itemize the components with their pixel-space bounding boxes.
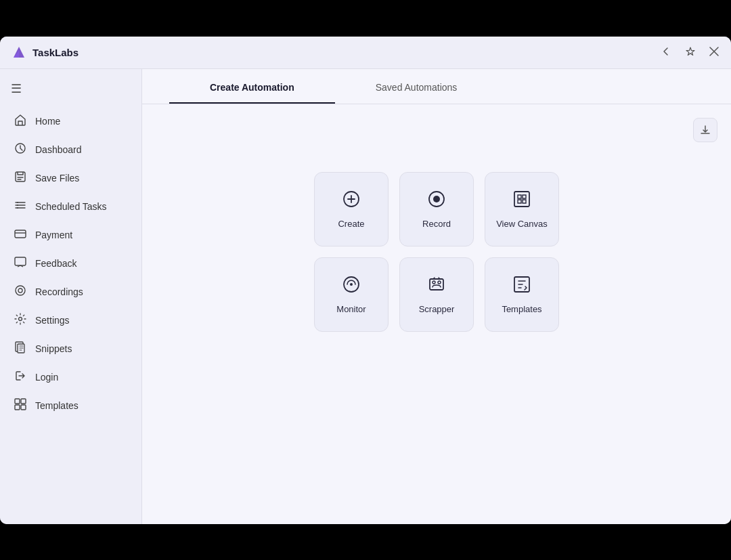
app-window: TaskLabs ☰ Home: [0, 37, 731, 524]
main-layout: ☰ Home Dashboard Save Files: [0, 69, 731, 524]
tabs: Create Automation Saved Automations: [142, 69, 731, 104]
sidebar-item-save-files[interactable]: Save Files: [0, 164, 141, 192]
svg-point-20: [433, 196, 440, 202]
svg-rect-7: [15, 230, 26, 238]
sidebar-item-payment[interactable]: Payment: [0, 221, 141, 249]
payment-icon: [14, 228, 27, 242]
templates-action-label: Templates: [502, 304, 541, 314]
svg-point-10: [18, 288, 22, 293]
title-bar-controls: [659, 45, 720, 60]
sidebar-item-recordings[interactable]: Recordings: [0, 278, 141, 306]
action-card-view-canvas[interactable]: View Canvas: [485, 172, 559, 246]
action-card-templates[interactable]: Templates: [485, 257, 559, 332]
back-button[interactable]: [659, 45, 673, 60]
action-card-monitor[interactable]: Monitor: [314, 257, 389, 332]
svg-rect-8: [15, 257, 26, 265]
download-button[interactable]: [693, 118, 717, 142]
action-card-scrapper[interactable]: Scrapper: [399, 257, 474, 332]
menu-toggle[interactable]: ☰: [0, 77, 141, 107]
svg-rect-24: [430, 279, 443, 290]
record-icon: [427, 190, 446, 212]
svg-point-25: [433, 281, 435, 284]
sidebar-item-snippets[interactable]: Snippets: [0, 335, 141, 363]
monitor-label: Monitor: [336, 304, 366, 314]
sidebar-item-login[interactable]: Login: [0, 363, 141, 391]
app-title: TaskLabs: [32, 47, 79, 58]
recordings-icon: [14, 284, 27, 299]
svg-point-26: [438, 281, 441, 284]
feedback-icon: [14, 256, 27, 271]
svg-point-4: [17, 202, 18, 203]
sidebar-item-settings[interactable]: Settings: [0, 306, 141, 335]
action-grid: Create Record View Canvas: [314, 172, 559, 332]
sidebar-label-feedback: Feedback: [35, 258, 76, 269]
view-canvas-label: View Canvas: [496, 219, 548, 229]
sidebar-label-home: Home: [35, 116, 60, 127]
svg-rect-21: [514, 192, 529, 207]
home-icon: [14, 114, 27, 129]
scheduled-tasks-icon: [14, 199, 27, 214]
svg-point-5: [17, 204, 18, 206]
sidebar-item-scheduled-tasks[interactable]: Scheduled Tasks: [0, 192, 141, 221]
sidebar: ☰ Home Dashboard Save Files: [0, 69, 142, 524]
create-label: Create: [338, 219, 364, 229]
templates-action-icon: [512, 275, 531, 297]
save-files-icon: [14, 171, 27, 186]
settings-icon: [14, 313, 27, 328]
scrapper-label: Scrapper: [419, 304, 455, 314]
title-bar-left: TaskLabs: [11, 44, 79, 60]
action-card-record[interactable]: Record: [399, 172, 474, 246]
svg-rect-17: [21, 405, 26, 410]
login-icon: [14, 370, 27, 385]
record-label: Record: [422, 219, 451, 229]
dashboard-icon: [14, 142, 27, 157]
sidebar-label-snippets: Snippets: [35, 343, 72, 354]
svg-point-6: [17, 207, 18, 209]
tab-saved-automations[interactable]: Saved Automations: [335, 72, 498, 104]
sidebar-label-scheduled-tasks: Scheduled Tasks: [35, 201, 107, 212]
sidebar-label-recordings: Recordings: [35, 286, 83, 297]
content-body: Create Record View Canvas: [142, 104, 731, 524]
snippets-icon: [14, 341, 27, 356]
scrapper-icon: [427, 275, 446, 297]
sidebar-label-dashboard: Dashboard: [35, 144, 82, 155]
tab-create-automation[interactable]: Create Automation: [169, 72, 335, 104]
svg-rect-15: [21, 399, 26, 404]
sidebar-label-templates: Templates: [35, 400, 79, 411]
sidebar-item-feedback[interactable]: Feedback: [0, 249, 141, 278]
action-card-create[interactable]: Create: [314, 172, 389, 246]
create-icon: [342, 190, 361, 212]
title-bar: TaskLabs: [0, 37, 731, 69]
sidebar-label-settings: Settings: [35, 315, 70, 326]
svg-point-11: [19, 317, 22, 320]
sidebar-item-dashboard[interactable]: Dashboard: [0, 135, 141, 164]
view-canvas-icon: [512, 190, 531, 212]
svg-rect-3: [16, 172, 25, 181]
svg-rect-16: [15, 405, 20, 410]
sidebar-item-templates[interactable]: Templates: [0, 391, 141, 420]
pin-button[interactable]: [684, 45, 697, 60]
sidebar-label-login: Login: [35, 372, 58, 383]
sidebar-label-payment: Payment: [35, 230, 72, 240]
app-logo: [11, 44, 27, 60]
content-area: Create Automation Saved Automations: [142, 69, 731, 524]
svg-point-9: [16, 286, 25, 295]
templates-sidebar-icon: [14, 398, 27, 413]
monitor-icon: [342, 275, 361, 297]
svg-point-23: [350, 283, 353, 286]
sidebar-item-home[interactable]: Home: [0, 107, 141, 135]
close-button[interactable]: [708, 45, 720, 60]
svg-rect-14: [15, 399, 20, 404]
sidebar-label-save-files: Save Files: [35, 173, 79, 184]
